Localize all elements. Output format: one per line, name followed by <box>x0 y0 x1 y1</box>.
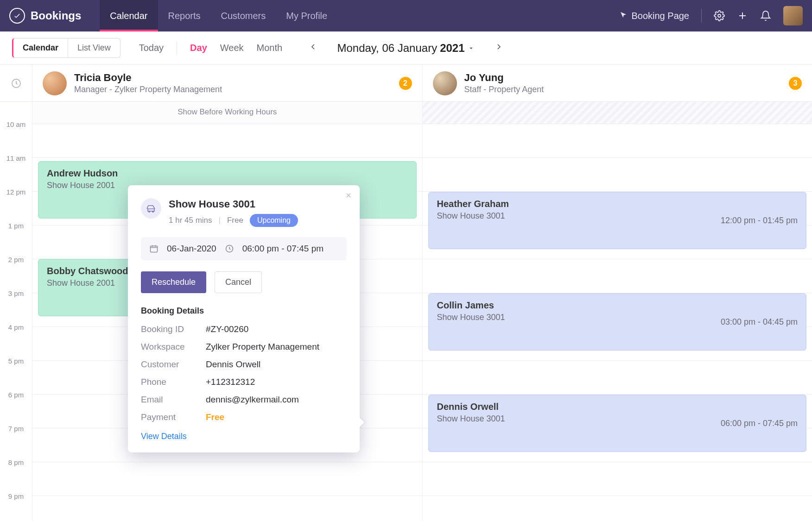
field-value: Dennis Orwell <box>206 359 347 370</box>
nav-tab-customers[interactable]: Customers <box>211 0 276 31</box>
popover-arrow <box>359 417 364 428</box>
view-toggle: Calendar List View <box>12 38 121 58</box>
booking-details: Booking ID #ZY-00260 Workspace Zylker Pr… <box>141 324 347 422</box>
close-button[interactable] <box>345 192 352 201</box>
field-value: dennis@zylkermail.com <box>206 395 347 405</box>
nav-divider <box>701 9 702 23</box>
range-label: Day <box>190 43 207 53</box>
staff-name: Jo Yung <box>464 72 544 84</box>
hour-label: 7 pm <box>0 428 32 462</box>
hour-label: 4 pm <box>0 327 32 361</box>
button-label: Reschedule <box>152 277 196 287</box>
calendar-event[interactable]: Heather Graham Show House 3001 12:00 pm … <box>428 192 807 249</box>
hour-label: 9 pm <box>0 496 32 521</box>
field-value: Free <box>206 412 347 422</box>
field-value: +112312312 <box>206 377 347 387</box>
top-nav: Bookings Calendar Reports Customers My P… <box>0 0 812 31</box>
staff-column-header[interactable]: Jo Yung Staff - Property Agent 3 <box>423 65 812 101</box>
hour-label: 8 pm <box>0 462 32 496</box>
range-label: Week <box>220 43 244 53</box>
segment-label: Calendar <box>23 43 58 52</box>
date-picker: Monday, 06 January 2021 <box>305 39 506 56</box>
staff-column-header[interactable]: Tricia Boyle Manager - Zylker Property M… <box>32 65 423 101</box>
chevron-left-icon <box>308 42 317 51</box>
booking-page-link[interactable]: Booking Page <box>619 11 689 21</box>
staff-avatar <box>43 71 67 95</box>
hour-label: 12 pm <box>0 192 32 226</box>
status-badge: Upcoming <box>250 214 298 227</box>
range-month[interactable]: Month <box>257 43 283 53</box>
staff-count-badge: 3 <box>789 77 802 90</box>
clock-icon <box>11 78 22 89</box>
event-title: Andrew Hudson <box>47 168 408 179</box>
brand-logo-icon <box>9 8 25 24</box>
current-date[interactable]: Monday, 06 January 2021 <box>337 42 475 55</box>
hour-label: 11 am <box>0 158 32 192</box>
event-time: 12:00 pm - 01:45 pm <box>721 216 798 226</box>
date-text: Monday, 06 January <box>337 42 437 55</box>
popover-header: Show House 3001 1 hr 45 mins | Free Upco… <box>141 198 347 227</box>
range-week[interactable]: Week <box>220 43 244 53</box>
close-icon <box>345 192 352 199</box>
chevron-right-icon <box>495 42 504 51</box>
staff-header-row: Tricia Boyle Manager - Zylker Property M… <box>0 65 812 102</box>
field-label: Workspace <box>141 342 206 352</box>
link-label: View Details <box>141 432 187 441</box>
range-group: Today Day Week Month <box>139 42 282 55</box>
hour-label: 10 am <box>0 124 32 158</box>
range-day[interactable]: Day <box>190 43 207 53</box>
nav-tab-label: My Profile <box>286 11 327 21</box>
svg-rect-4 <box>151 246 158 252</box>
caret-down-icon <box>468 44 475 52</box>
hour-label: 5 pm <box>0 361 32 395</box>
staff-avatar <box>433 71 457 95</box>
prev-day-button[interactable] <box>305 39 320 56</box>
today-label: Today <box>139 43 164 53</box>
clock-icon <box>225 244 234 253</box>
plus-icon[interactable] <box>737 10 748 21</box>
view-toggle-list[interactable]: List View <box>68 38 120 57</box>
hour-label: 1 pm <box>0 226 32 259</box>
calendar-event[interactable]: Dennis Orwell Show House 3001 06:00 pm -… <box>428 395 807 452</box>
booking-popover: Show House 3001 1 hr 45 mins | Free Upco… <box>128 185 360 452</box>
next-day-button[interactable] <box>492 39 507 56</box>
time-gutter: 10 am 11 am 12 pm 1 pm 2 pm 3 pm 4 pm 5 … <box>0 102 32 521</box>
staff-info: Jo Yung Staff - Property Agent <box>464 72 544 94</box>
view-details-link[interactable]: View Details <box>141 432 347 441</box>
popover-duration: 1 hr 45 mins <box>169 216 212 225</box>
nav-tab-myprofile[interactable]: My Profile <box>276 0 337 31</box>
section-title: Booking Details <box>141 306 347 316</box>
hour-label: 2 pm <box>0 259 32 293</box>
settings-icon[interactable] <box>714 10 725 21</box>
nav-tab-calendar[interactable]: Calendar <box>100 0 158 31</box>
nav-tab-label: Calendar <box>110 11 147 21</box>
user-avatar[interactable] <box>783 6 803 25</box>
calendar-column[interactable]: Heather Graham Show House 3001 12:00 pm … <box>423 102 812 521</box>
bell-icon[interactable] <box>760 10 771 21</box>
nav-tab-label: Reports <box>168 11 201 21</box>
meta-separator: | <box>219 216 221 225</box>
service-icon <box>141 198 161 219</box>
show-before-label: Show Before Working Hours <box>32 107 422 117</box>
field-label: Booking ID <box>141 324 206 334</box>
field-value: Zylker Property Management <box>206 342 347 352</box>
pre-working-hours[interactable] <box>423 102 812 124</box>
today-button[interactable]: Today <box>139 43 164 53</box>
pre-working-hours[interactable]: Show Before Working Hours <box>32 102 422 124</box>
cancel-button[interactable]: Cancel <box>215 271 262 293</box>
field-label: Phone <box>141 377 206 387</box>
calendar-icon <box>149 244 159 253</box>
reschedule-button[interactable]: Reschedule <box>141 271 206 293</box>
event-title: Dennis Orwell <box>437 402 798 412</box>
svg-point-3 <box>152 211 154 213</box>
button-label: Cancel <box>225 277 251 287</box>
nav-tab-reports[interactable]: Reports <box>158 0 211 31</box>
top-nav-right: Booking Page <box>619 6 803 25</box>
view-toggle-calendar[interactable]: Calendar <box>13 38 68 57</box>
staff-count-badge: 2 <box>399 77 412 90</box>
popover-price: Free <box>227 216 243 225</box>
popover-title: Show House 3001 <box>169 198 347 210</box>
calendar-event[interactable]: Collin James Show House 3001 03:00 pm - … <box>428 293 807 351</box>
event-time: 03:00 pm - 04:45 pm <box>721 317 798 327</box>
popover-actions: Reschedule Cancel <box>141 271 347 293</box>
